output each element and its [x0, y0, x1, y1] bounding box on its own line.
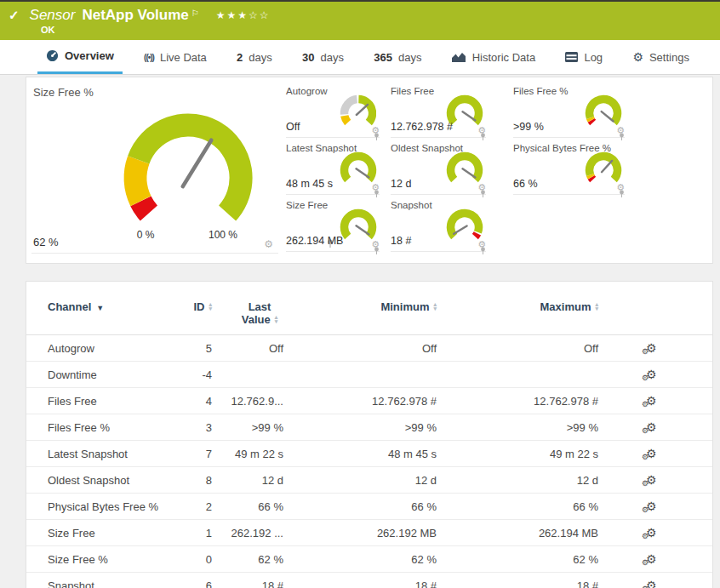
gauge-value: 262.194 MB: [286, 235, 343, 247]
cell-channel: Size Free: [26, 527, 188, 539]
cell-last-value: 262.192 ...: [220, 527, 299, 539]
tab-live-data[interactable]: ((•))Live Data: [135, 40, 215, 74]
gauge-cell-files-free[interactable]: Files Free12.762.978 #⚙: [391, 84, 486, 138]
table-row: Latest Snapshot749 m 22 s48 m 45 s49 m 2…: [26, 441, 712, 467]
gauges-panel: Size Free % 0 % 100 % 62 % ⚙ AutogrowOff…: [26, 77, 713, 264]
gauge-pin-icon[interactable]: [480, 190, 486, 198]
tab-label: Overview: [65, 49, 114, 62]
gauge-actions: ⚙: [371, 126, 380, 135]
table-row: Files Free %3>99 %>99 %>99 %⚙⚙: [26, 414, 712, 441]
channel-settings-icon[interactable]: ⚙⚙: [646, 553, 657, 565]
channel-table-panel: Channel▼ ID▴▾ Last Value▴▾ Minimum▴▾ Max…: [26, 281, 713, 588]
gauge-cell-latest-snapshot[interactable]: Latest Snapshot48 m 45 s⚙: [286, 141, 380, 195]
gauge-label: Size Free: [286, 200, 328, 210]
cell-id: 4: [188, 395, 220, 408]
main-gauge-value: 62 %: [33, 236, 59, 248]
channel-settings-icon[interactable]: ⚙⚙: [646, 421, 657, 433]
gauge-pin-icon[interactable]: [619, 133, 625, 141]
gauge-cell-oldest-snapshot[interactable]: Oldest Snapshot12 d⚙: [391, 141, 486, 195]
tab-days[interactable]: 365days: [365, 40, 430, 74]
gauge-pin-icon[interactable]: [374, 133, 380, 141]
sensor-title: NetApp Volume: [82, 7, 188, 24]
gauge-pin-icon[interactable]: [619, 190, 625, 198]
sensor-header: ✓ Sensor NetApp Volume ⚐ ★★★☆☆ OK: [0, 0, 720, 40]
col-header-last-value[interactable]: Last Value▴▾: [220, 300, 299, 326]
cell-id: 5: [188, 342, 220, 355]
cell-minimum: 18 #: [299, 579, 450, 588]
main-gauge-cell[interactable]: Size Free % 0 % 100 % 62 % ⚙: [31, 84, 278, 254]
channel-settings-icon[interactable]: ⚙⚙: [646, 500, 657, 512]
tab-settings[interactable]: ⚙Settings: [624, 40, 698, 74]
cell-channel: Latest Snapshot: [26, 448, 188, 460]
gauge-gear-icon[interactable]: ⚙: [264, 239, 273, 249]
gauge-actions: ⚙: [616, 183, 625, 192]
priority-stars[interactable]: ★★★☆☆: [216, 9, 271, 21]
table-header-row: Channel▼ ID▴▾ Last Value▴▾ Minimum▴▾ Max…: [26, 282, 712, 335]
channel-settings-icon[interactable]: ⚙⚙: [646, 579, 657, 588]
channel-settings-icon[interactable]: ⚙⚙: [646, 448, 657, 460]
cell-minimum: 62 %: [299, 553, 450, 566]
channel-settings-icon[interactable]: ⚙⚙: [646, 474, 657, 486]
tab-days[interactable]: 2days: [228, 40, 281, 74]
table-row: Downtime-4⚙⚙: [26, 362, 712, 388]
gauge-pin-icon[interactable]: [374, 190, 380, 198]
gauge-cell-physical-bytes-free-[interactable]: Physical Bytes Free %66 %⚙: [513, 141, 625, 195]
gauge-label: Files Free %: [513, 86, 569, 96]
cell-maximum: 12 d: [450, 474, 614, 487]
main-gauge-label: Size Free %: [33, 86, 94, 99]
channel-settings-icon[interactable]: ⚙⚙: [646, 395, 657, 407]
live-data-icon: ((•)): [144, 53, 154, 62]
gauge-cell-autogrow[interactable]: AutogrowOff⚙: [286, 84, 380, 138]
channel-settings-icon[interactable]: ⚙⚙: [646, 342, 657, 354]
main-gauge-scale-min: 0 %: [127, 229, 164, 241]
cell-last-value: 12.762.9...: [220, 395, 299, 408]
cell-channel: Size Free %: [26, 553, 188, 566]
col-header-channel[interactable]: Channel▼: [26, 300, 188, 313]
col-header-minimum[interactable]: Minimum▴▾: [299, 300, 450, 313]
table-row: Snapshot618 #18 #18 #⚙⚙: [26, 573, 712, 588]
col-header-id[interactable]: ID▴▾: [188, 300, 220, 313]
cell-id: 6: [188, 579, 220, 588]
cell-channel: Files Free %: [26, 421, 188, 434]
channel-settings-icon[interactable]: ⚙⚙: [646, 527, 657, 539]
gauge-value: 12.762.978 #: [391, 121, 453, 133]
cell-maximum: 262.194 MB: [450, 527, 614, 539]
tab-days[interactable]: 30days: [294, 40, 352, 74]
gauge-cell-files-free-[interactable]: Files Free %>99 %⚙: [513, 84, 625, 138]
col-header-maximum[interactable]: Maximum▴▾: [450, 300, 614, 313]
cell-maximum: Off: [450, 342, 614, 355]
tab-label: days: [398, 51, 421, 64]
cell-last-value: 66 %: [220, 500, 299, 513]
tab-label: days: [249, 51, 271, 64]
flag-icon[interactable]: ⚐: [191, 9, 199, 18]
gauge-actions: ⚙: [477, 240, 486, 249]
cell-minimum: 66 %: [299, 500, 450, 513]
cell-last-value: >99 %: [220, 421, 299, 434]
channel-settings-icon[interactable]: ⚙⚙: [646, 368, 657, 380]
tab-label: Historic Data: [472, 51, 535, 64]
tab-label: days: [321, 51, 344, 64]
prtg-sensor-page: { "header": { "check_icon": "✓", "kind":…: [0, 0, 720, 588]
table-row: Autogrow5OffOffOff⚙⚙: [26, 335, 712, 362]
tab-historic-data[interactable]: Historic Data: [443, 40, 544, 74]
cell-last-value: Off: [220, 342, 299, 355]
table-row: Size Free1262.192 ...262.192 MB262.194 M…: [26, 520, 712, 546]
gauge-pin-icon[interactable]: [374, 247, 380, 255]
gauge-actions: ⚙: [371, 183, 380, 192]
sort-icon: ▴▾: [433, 303, 437, 311]
tab-log[interactable]: Log: [557, 40, 611, 74]
gauge-value: Off: [286, 121, 300, 133]
cell-id: 1: [188, 527, 220, 539]
gauge-cell-size-free[interactable]: Size Free262.194 MB⚙: [286, 198, 380, 252]
main-gauge-actions: ⚙: [264, 239, 273, 249]
gauge-value: 12 d: [391, 178, 411, 190]
cell-minimum: 12 d: [299, 474, 450, 487]
cell-channel: Oldest Snapshot: [26, 474, 188, 487]
tab-bar: Overview((•))Live Data2days30days365days…: [0, 40, 720, 75]
gauge-pin-icon[interactable]: [480, 247, 486, 255]
gauge-pin-icon[interactable]: [480, 133, 486, 141]
gauge-label: Snapshot: [391, 200, 432, 210]
tab-overview[interactable]: Overview: [37, 40, 123, 74]
cell-last-value: 12 d: [220, 474, 299, 487]
gauge-cell-snapshot[interactable]: Snapshot18 #⚙: [391, 198, 486, 252]
